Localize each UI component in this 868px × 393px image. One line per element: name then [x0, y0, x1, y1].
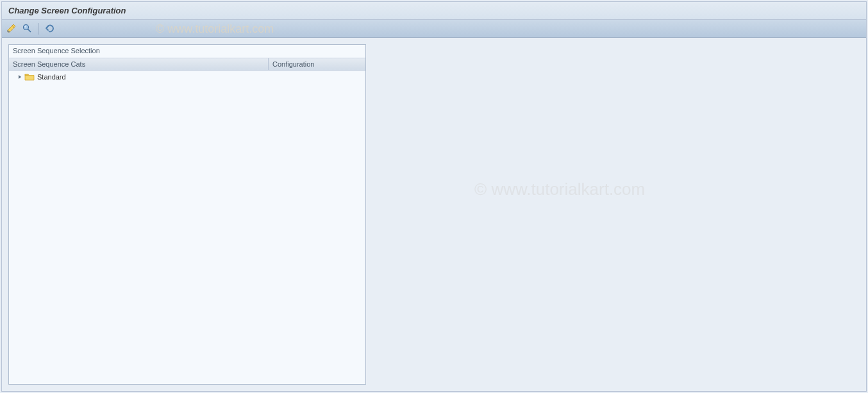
svg-point-2 [24, 26, 26, 27]
column-header-cats[interactable]: Screen Sequence Cats [9, 58, 269, 71]
undo-icon [44, 23, 54, 35]
watermark-text: © www.tutorialkart.com [156, 22, 274, 36]
page-title: Change Screen Configuration [8, 6, 126, 15]
magnify-icon [22, 23, 32, 35]
tree-row-label: Standard [37, 73, 66, 81]
toolbar: © www.tutorialkart.com [2, 20, 866, 38]
svg-line-1 [28, 29, 31, 31]
back-button[interactable] [42, 22, 56, 36]
toolbar-separator [38, 23, 38, 35]
expand-caret-icon[interactable] [17, 74, 23, 80]
tree-row-standard[interactable]: Standard [9, 71, 365, 83]
check-button[interactable] [20, 22, 34, 36]
title-bar: Change Screen Configuration [2, 2, 866, 20]
column-header-config[interactable]: Configuration [269, 58, 365, 71]
edit-button[interactable] [4, 22, 19, 36]
folder-icon [24, 72, 35, 81]
watermark-text-2: © www.tutorialkart.com [474, 180, 645, 199]
table-header: Screen Sequence Cats Configuration [9, 58, 365, 71]
selection-panel: Screen Sequence Selection Screen Sequenc… [8, 44, 366, 385]
content-area: Screen Sequence Selection Screen Sequenc… [2, 38, 866, 391]
app-frame: Change Screen Configuration [1, 1, 867, 392]
pencil-icon [6, 23, 17, 35]
panel-title: Screen Sequence Selection [9, 45, 365, 58]
table-body: Standard [9, 71, 365, 384]
